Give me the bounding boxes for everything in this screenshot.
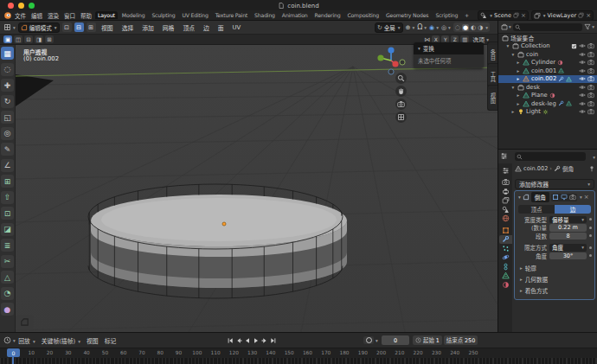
disable-render-icon[interactable] bbox=[587, 42, 594, 49]
hide-eye-icon[interactable] bbox=[579, 75, 586, 82]
tool-select-box[interactable]: ▦ bbox=[1, 47, 14, 60]
workspace-tab-modeling[interactable]: Modeling bbox=[119, 11, 148, 19]
mode-selector[interactable]: 编辑模式▾ bbox=[18, 22, 60, 33]
tool-spin[interactable]: ◔ bbox=[1, 287, 14, 300]
bevel-vertices-tab[interactable]: 顶点 bbox=[518, 205, 555, 214]
menu-window[interactable]: 窗口 bbox=[64, 11, 75, 20]
material-shading-button[interactable]: ◐ bbox=[471, 24, 476, 31]
new-scene-icon[interactable] bbox=[513, 12, 519, 18]
tool-transform[interactable]: ◎ bbox=[1, 127, 14, 140]
workspace-tab-layout[interactable]: Layout bbox=[95, 11, 118, 19]
navigation-gizmo[interactable] bbox=[374, 46, 410, 77]
edge-select-button[interactable]: ⊟ bbox=[74, 22, 84, 32]
select-mode-extend-button[interactable]: ◫ bbox=[14, 35, 22, 43]
gizmo-x-axis[interactable] bbox=[392, 61, 398, 67]
outliner-search-input[interactable] bbox=[513, 23, 582, 31]
outliner-row-desk-leg[interactable]: ▸ desk-leg bbox=[498, 99, 597, 108]
tool-poly-build[interactable]: △ bbox=[1, 271, 14, 284]
hide-eye-icon[interactable] bbox=[579, 92, 586, 99]
menu-edit[interactable]: 编辑 bbox=[31, 11, 42, 20]
display-in-editmode-toggle[interactable] bbox=[551, 194, 560, 201]
hide-eye-icon[interactable] bbox=[579, 100, 586, 107]
hide-eye-icon[interactable] bbox=[579, 42, 586, 49]
tab-world[interactable] bbox=[499, 214, 511, 223]
outliner-display-mode-button[interactable]: ▾ bbox=[501, 23, 511, 30]
previous-keyframe-button[interactable] bbox=[235, 337, 242, 344]
limit-method-dropdown[interactable]: 角度▾ bbox=[549, 244, 587, 252]
outliner-row-scene-collection[interactable]: 场景集合 bbox=[498, 34, 597, 42]
breadcrumb-modifier[interactable]: 倒角 bbox=[562, 164, 574, 173]
collection-checkbox-icon[interactable] bbox=[571, 43, 577, 49]
menu-view[interactable]: 视图 bbox=[101, 23, 113, 32]
hide-eye-icon[interactable] bbox=[579, 51, 586, 58]
gizmo-y-axis[interactable] bbox=[377, 54, 383, 61]
menu-mesh[interactable]: 网格 bbox=[163, 23, 175, 32]
workspace-tab-scripting[interactable]: Scripting bbox=[433, 11, 460, 19]
play-button[interactable] bbox=[253, 337, 260, 344]
blender-logo-icon[interactable] bbox=[3, 11, 12, 20]
disable-render-icon[interactable] bbox=[587, 92, 594, 99]
snap-target-button[interactable]: ⊕▾ bbox=[406, 24, 415, 31]
menu-keying[interactable]: 关键帧(插帧) ▾ bbox=[42, 336, 80, 345]
select-mode-new-button[interactable]: ▣ bbox=[3, 35, 12, 43]
tab-object[interactable] bbox=[499, 226, 511, 234]
menu-add[interactable]: 添加 bbox=[142, 23, 154, 32]
current-frame-field[interactable]: 0 bbox=[382, 335, 409, 345]
workspace-tab-rendering[interactable]: Rendering bbox=[312, 11, 343, 19]
workspace-tab-geometry-nodes[interactable]: Geometry Nodes bbox=[383, 11, 431, 19]
menu-playback[interactable]: 回放 ▾ bbox=[18, 336, 35, 345]
menu-render[interactable]: 渲染 bbox=[48, 11, 59, 20]
disable-render-icon[interactable] bbox=[587, 67, 594, 74]
select-mode-intersect-button[interactable]: ⊞ bbox=[45, 35, 54, 43]
viewport-corner-button[interactable] bbox=[16, 315, 34, 329]
display-render-toggle[interactable] bbox=[568, 194, 577, 201]
animate-dot-icon[interactable] bbox=[589, 227, 592, 229]
outliner-row-plane[interactable]: ▸ Plane bbox=[498, 92, 597, 100]
animate-dot-icon[interactable] bbox=[589, 246, 592, 249]
outliner-row-coin-001[interactable]: ▸ coin.001 bbox=[498, 67, 597, 75]
animate-dot-icon[interactable] bbox=[589, 254, 592, 257]
playhead[interactable]: 0 bbox=[7, 348, 20, 357]
rendered-shading-button[interactable]: ◑ bbox=[478, 24, 483, 31]
gizmo-y-axis-negative[interactable] bbox=[400, 60, 405, 65]
outliner-row-coin[interactable]: ▾ coin bbox=[498, 50, 597, 59]
workspace-tab-texture-paint[interactable]: Texture Paint bbox=[213, 11, 250, 19]
workspace-tab-compositing[interactable]: Compositing bbox=[344, 11, 382, 19]
add-workspace-button[interactable]: + bbox=[462, 11, 472, 19]
zoom-view-button[interactable] bbox=[395, 73, 407, 84]
unlink-scene-icon[interactable]: × bbox=[521, 12, 526, 19]
tool-extrude-region[interactable]: ⇧ bbox=[1, 191, 14, 204]
workspace-tab-uv-editing[interactable]: UV Editing bbox=[179, 11, 210, 19]
tool-add-cube[interactable]: ⊞ bbox=[1, 175, 14, 188]
timeline-editor-type-button[interactable]: ▾ bbox=[3, 336, 16, 344]
hide-eye-icon[interactable] bbox=[579, 67, 586, 74]
wireframe-shading-button[interactable]: ◌ bbox=[455, 24, 460, 31]
breadcrumb-object[interactable]: coin.002 bbox=[523, 165, 548, 172]
end-frame-field[interactable]: 结束点250 bbox=[444, 335, 478, 345]
disable-render-icon[interactable] bbox=[587, 84, 594, 91]
transform-orientation-selector[interactable]: ↻全局▾ bbox=[375, 22, 403, 33]
face-select-button[interactable]: ⊞ bbox=[87, 22, 96, 32]
auto-keying-toggle[interactable] bbox=[363, 336, 374, 344]
tool-move[interactable]: ✚ bbox=[1, 79, 14, 92]
new-view-layer-icon[interactable] bbox=[578, 12, 584, 18]
toggle-orthographic-button[interactable] bbox=[395, 112, 407, 123]
hide-eye-icon[interactable] bbox=[579, 59, 586, 66]
remove-view-layer-icon[interactable]: × bbox=[586, 12, 591, 19]
properties-options-dropdown[interactable]: ▾ bbox=[593, 155, 595, 160]
tool-knife[interactable]: ✂ bbox=[1, 255, 14, 268]
tab-output[interactable] bbox=[499, 187, 511, 195]
outliner-row-desk[interactable]: ▾ desk bbox=[498, 83, 597, 92]
snap-magnet-toggle[interactable]: Ω▾ bbox=[417, 23, 427, 31]
tab-modifiers[interactable] bbox=[499, 235, 512, 244]
modifier-extras-dropdown[interactable]: ▾ bbox=[580, 195, 582, 200]
modifier-name-field[interactable]: 倒角 bbox=[531, 192, 549, 202]
display-realtime-toggle[interactable] bbox=[560, 194, 568, 201]
coin-mesh[interactable] bbox=[88, 184, 347, 298]
timeline-tick-strip[interactable] bbox=[0, 358, 597, 364]
section-shading[interactable]: ▸着色方式 bbox=[515, 285, 594, 297]
tool-rotate[interactable]: ↻ bbox=[1, 95, 14, 108]
play-reverse-button[interactable] bbox=[244, 337, 251, 344]
outliner-row-collection[interactable]: ▾ Collection bbox=[498, 42, 597, 51]
tool-annotate[interactable]: ✎ bbox=[1, 143, 14, 156]
